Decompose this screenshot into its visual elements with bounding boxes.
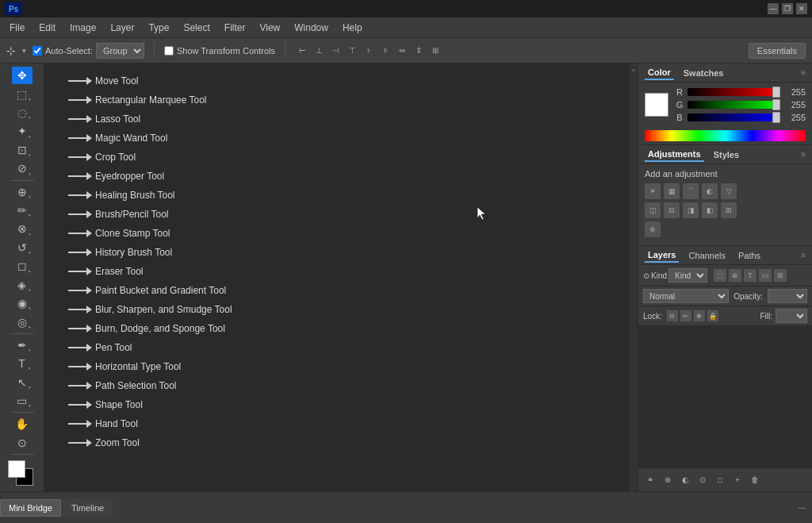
essentials-button[interactable]: Essentials [749, 43, 806, 59]
kind-select[interactable]: Kind [668, 268, 707, 283]
align-right-icon[interactable]: ⊣ [328, 44, 343, 58]
eraser-tool-button[interactable]: ◻▾ [12, 257, 33, 275]
title-bar-controls[interactable]: — ❐ ✕ [768, 3, 807, 14]
tab-paths[interactable]: Paths [735, 249, 764, 262]
menu-layer[interactable]: Layer [104, 21, 140, 35]
distribute-v-icon[interactable]: ⇕ [412, 44, 426, 58]
red-slider-track[interactable] [688, 88, 780, 96]
menu-window[interactable]: Window [288, 21, 335, 35]
tab-channels[interactable]: Channels [685, 249, 728, 262]
adj-photofilter-icon[interactable]: ◧ [702, 202, 718, 218]
show-transform-checkbox[interactable] [164, 46, 174, 56]
adj-vibrance-icon[interactable]: ▽ [721, 183, 737, 199]
fill-select[interactable] [776, 309, 807, 323]
layer-pixel-icon[interactable]: ⬚ [714, 269, 726, 282]
auto-select-dropdown[interactable]: Group Layer [96, 43, 144, 59]
tab-styles[interactable]: Styles [710, 148, 742, 161]
menu-file[interactable]: File [3, 21, 31, 35]
shape-tool-button[interactable]: ▭▾ [12, 392, 33, 410]
align-center-v-icon[interactable]: ⊦ [362, 44, 376, 58]
maximize-button[interactable]: ❐ [782, 3, 793, 14]
add-adjustment-layer-icon[interactable]: ⊙ [695, 473, 710, 487]
adj-exposure-icon[interactable]: ◐ [702, 183, 718, 199]
marquee-tool-button[interactable]: ⬚▾ [12, 85, 33, 102]
adjustments-panel-menu-icon[interactable]: ≡ [801, 150, 806, 159]
tab-mini-bridge[interactable]: Mini Bridge [0, 499, 61, 517]
green-slider-track[interactable] [688, 101, 780, 109]
panel-collapse-strip[interactable]: » [630, 63, 638, 491]
crop-tool-button[interactable]: ⊡▾ [12, 141, 33, 159]
zoom-tool-button[interactable]: ⊙ [12, 434, 33, 452]
menu-edit[interactable]: Edit [33, 21, 62, 35]
lock-all-icon[interactable]: 🔒 [707, 310, 718, 321]
minimize-button[interactable]: — [768, 3, 779, 14]
adj-invert-icon[interactable]: ⊕ [645, 221, 661, 237]
color-swatch-big[interactable] [645, 93, 668, 117]
align-center-h-icon[interactable]: ⊥ [312, 44, 326, 58]
blue-slider-track[interactable] [688, 113, 780, 121]
green-slider-thumb[interactable] [772, 99, 780, 110]
auto-select-checkbox[interactable] [33, 46, 42, 56]
move-tool-button[interactable]: ✥ [12, 67, 33, 84]
menu-type[interactable]: Type [142, 21, 175, 35]
distribute-h-icon[interactable]: ⇔ [395, 44, 409, 58]
healing-brush-tool-button[interactable]: ⊕▾ [12, 183, 33, 200]
bottom-panel-collapse[interactable]: — [798, 503, 806, 512]
magic-wand-tool-button[interactable]: ✦▾ [12, 122, 33, 140]
adj-colorbalance-icon[interactable]: ⊟ [664, 202, 680, 218]
menu-filter[interactable]: Filter [218, 21, 252, 35]
adj-brightness-icon[interactable]: ☀ [645, 183, 661, 199]
adj-bw-icon[interactable]: ◨ [683, 202, 699, 218]
menu-image[interactable]: Image [63, 21, 102, 35]
align-bottom-icon[interactable]: ⊧ [378, 44, 393, 58]
layers-panel-menu-icon[interactable]: ≡ [801, 251, 806, 260]
type-tool-button[interactable]: T▾ [12, 355, 33, 372]
menu-view[interactable]: View [253, 21, 286, 35]
layer-type-icon[interactable]: T [744, 269, 756, 282]
adj-curves-icon[interactable]: ⌒ [683, 183, 699, 199]
tab-swatches[interactable]: Swatches [680, 67, 727, 79]
align-left-icon[interactable]: ⊢ [295, 44, 309, 58]
hand-tool-button[interactable]: ✋ [12, 415, 33, 433]
align-top-icon[interactable]: ⊤ [345, 44, 359, 58]
lock-pixels-icon[interactable]: ✏ [680, 310, 691, 321]
tab-layers[interactable]: Layers [645, 248, 679, 263]
blend-mode-select[interactable]: Normal [643, 289, 729, 303]
layer-adjustment-icon[interactable]: ⊕ [729, 269, 741, 282]
close-button[interactable]: ✕ [796, 3, 807, 14]
menu-select[interactable]: Select [177, 21, 216, 35]
lock-position-icon[interactable]: ✥ [694, 310, 705, 321]
layer-shape-icon[interactable]: ▭ [759, 269, 772, 282]
brush-pencil-tool-button[interactable]: ✏▾ [12, 202, 33, 219]
add-mask-icon[interactable]: ◐ [678, 473, 692, 487]
transform-icon[interactable]: ⊞ [428, 44, 442, 58]
foreground-color[interactable] [8, 460, 25, 478]
new-layer-icon[interactable]: + [730, 473, 745, 487]
blur-tool-button[interactable]: ◉▾ [12, 294, 33, 312]
burn-dodge-tool-button[interactable]: ◎▾ [12, 313, 33, 330]
history-brush-tool-button[interactable]: ↺▾ [12, 239, 33, 256]
eyedropper-tool-button[interactable]: ⊘▾ [12, 160, 33, 177]
red-slider-thumb[interactable] [772, 87, 780, 98]
adj-levels-icon[interactable]: ▦ [664, 183, 680, 199]
color-swatch-area[interactable] [8, 460, 36, 485]
layer-smart-icon[interactable]: ⊞ [774, 269, 787, 282]
delete-layer-icon[interactable]: 🗑 [748, 473, 762, 487]
pen-tool-button[interactable]: ✒▾ [12, 336, 33, 354]
path-selection-tool-button[interactable]: ↖▾ [12, 373, 33, 390]
blue-slider-thumb[interactable] [772, 112, 780, 123]
add-layer-style-icon[interactable]: ⊕ [661, 473, 675, 487]
add-group-icon[interactable]: □ [713, 473, 727, 487]
link-layers-icon[interactable]: ⚭ [643, 473, 657, 487]
lock-transparent-icon[interactable]: ⊟ [667, 310, 678, 321]
lasso-tool-button[interactable]: ◌▾ [12, 104, 33, 121]
color-panel-menu-icon[interactable]: ≡ [801, 68, 806, 77]
adj-hsl-icon[interactable]: ◫ [645, 202, 661, 218]
clone-stamp-tool-button[interactable]: ⊗▾ [12, 220, 33, 237]
canvas-area[interactable]: Move Tool Rectangular Marquee Tool Lasso… [44, 63, 630, 491]
adj-channelmixer-icon[interactable]: ⊞ [721, 202, 737, 218]
rainbow-bar[interactable] [645, 130, 806, 141]
tab-timeline[interactable]: Timeline [63, 499, 113, 517]
tab-adjustments[interactable]: Adjustments [645, 148, 704, 162]
opacity-select[interactable] [768, 289, 807, 303]
